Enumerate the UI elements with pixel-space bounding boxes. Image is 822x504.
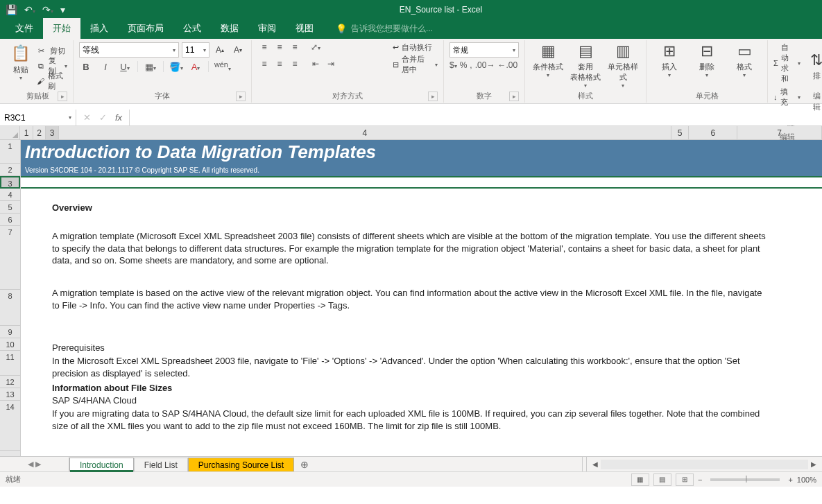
zoom-out-button[interactable]: −: [698, 476, 702, 484]
font-name-combo[interactable]: 等线▾: [79, 42, 179, 58]
col-header-1[interactable]: 1: [20, 126, 33, 139]
row-header-14[interactable]: 14: [0, 401, 20, 451]
decrease-decimal-button[interactable]: ←.00: [497, 60, 517, 70]
paste-button[interactable]: 📋 粘贴 ▾: [8, 42, 33, 90]
row-header-6[interactable]: 6: [0, 214, 20, 226]
delete-cells-button[interactable]: ⊟删除▾: [690, 42, 724, 90]
decrease-indent-button[interactable]: ⇤: [309, 59, 323, 73]
save-icon[interactable]: 💾: [6, 4, 17, 15]
tab-data[interactable]: 数据: [211, 18, 248, 39]
align-top-button[interactable]: ≡: [257, 42, 271, 56]
accounting-button[interactable]: $▾: [449, 60, 457, 70]
tab-formulas[interactable]: 公式: [173, 18, 211, 39]
font-dialog-launcher[interactable]: ▸: [236, 92, 246, 101]
scroll-right-icon[interactable]: ▶: [808, 460, 819, 468]
page-layout-view-button[interactable]: ▤: [653, 473, 671, 486]
phonetic-button[interactable]: wén▾: [214, 60, 228, 73]
wrap-text-button[interactable]: ↩自动换行: [393, 42, 438, 53]
align-middle-button[interactable]: ≡: [273, 42, 286, 56]
redo-icon[interactable]: ↷▾: [42, 4, 53, 15]
comma-button[interactable]: ,: [470, 60, 472, 70]
enter-icon[interactable]: ✓: [99, 112, 107, 123]
font-size-combo[interactable]: 11▾: [182, 42, 209, 58]
tab-home[interactable]: 开始: [43, 18, 80, 39]
table-format-button[interactable]: ▤套用 表格格式▾: [568, 42, 603, 90]
tab-review[interactable]: 审阅: [248, 18, 286, 39]
row-header-10[interactable]: 10: [0, 338, 20, 351]
tell-me-search[interactable]: 💡 告诉我您想要做什么...: [336, 23, 433, 39]
undo-icon[interactable]: ↶▾: [24, 4, 35, 15]
row-header-13[interactable]: 13: [0, 388, 20, 401]
name-box[interactable]: R3C1▾: [0, 110, 76, 125]
number-dialog-launcher[interactable]: ▸: [509, 92, 519, 101]
row-header-7[interactable]: 7: [0, 226, 20, 290]
underline-button[interactable]: U▾: [118, 62, 132, 72]
fx-icon[interactable]: fx: [115, 112, 122, 123]
increase-indent-button[interactable]: ⇥: [324, 59, 338, 73]
zoom-in-button[interactable]: +: [788, 476, 792, 484]
col-header-3[interactable]: 3: [46, 126, 59, 139]
row-header-8[interactable]: 8: [0, 290, 20, 326]
worksheet-grid[interactable]: 1 2 3 4 5 6 7 8 9 10 11 12 13 14 Introdu…: [0, 140, 822, 456]
formula-bar[interactable]: [130, 110, 822, 125]
number-format-combo[interactable]: 常规▾: [449, 42, 519, 58]
col-header-5[interactable]: 5: [671, 126, 689, 139]
align-right-button[interactable]: ≡: [288, 59, 302, 73]
merge-center-button[interactable]: ⊟合并后居中 ▾: [393, 54, 438, 75]
sheet-tab-field-list[interactable]: Field List: [134, 458, 188, 471]
add-sheet-button[interactable]: ⊕: [294, 457, 315, 471]
tab-view[interactable]: 视图: [286, 18, 323, 39]
border-button[interactable]: ▦▾: [144, 62, 157, 72]
fill-button[interactable]: ↓填充 ▾: [773, 87, 800, 107]
tab-insert[interactable]: 插入: [80, 18, 118, 39]
align-center-button[interactable]: ≡: [273, 59, 286, 73]
sort-filter-button[interactable]: ⇅排: [810, 51, 822, 81]
cell-styles-button[interactable]: ▥单元格样式▾: [606, 42, 640, 90]
align-left-button[interactable]: ≡: [257, 59, 271, 73]
sheet-nav[interactable]: ◀ ▶: [0, 457, 69, 471]
horizontal-scrollbar[interactable]: ◀ ▶: [586, 457, 822, 471]
tab-page-layout[interactable]: 页面布局: [118, 18, 173, 39]
row-header-5[interactable]: 5: [0, 201, 20, 214]
row-header-2[interactable]: 2: [0, 164, 20, 176]
align-bottom-button[interactable]: ≡: [288, 42, 302, 56]
bold-button[interactable]: B: [79, 62, 93, 72]
col-header-6[interactable]: 6: [689, 126, 737, 139]
col-header-4[interactable]: 4: [59, 126, 671, 139]
percent-button[interactable]: %: [460, 60, 468, 70]
cells-area[interactable]: Introduction to Data Migration Templates…: [21, 140, 822, 456]
italic-button[interactable]: I: [99, 62, 112, 72]
sheet-tab-purchasing[interactable]: Purchasing Source List: [188, 458, 294, 471]
normal-view-button[interactable]: ▦: [631, 473, 649, 486]
insert-cells-button[interactable]: ⊞插入▾: [652, 42, 687, 90]
autosum-button[interactable]: Σ自动求和 ▾: [773, 42, 800, 84]
row-header-3[interactable]: 3: [0, 176, 20, 189]
tab-file[interactable]: 文件: [6, 18, 43, 39]
row-header-12[interactable]: 12: [0, 376, 20, 388]
scroll-left-icon[interactable]: ◀: [590, 460, 601, 468]
row-header-11[interactable]: 11: [0, 351, 20, 376]
row-header-1[interactable]: 1: [0, 140, 20, 164]
conditional-format-button[interactable]: ▦条件格式▾: [531, 42, 565, 90]
increase-font-button[interactable]: A▴: [212, 42, 228, 58]
row-header-9[interactable]: 9: [0, 326, 20, 338]
cancel-icon[interactable]: ✕: [83, 112, 91, 123]
orientation-button[interactable]: ⤢▾: [309, 42, 323, 56]
sheet-tab-introduction[interactable]: Introduction: [69, 458, 134, 471]
alignment-dialog-launcher[interactable]: ▸: [428, 92, 438, 101]
decrease-font-button[interactable]: A▾: [230, 42, 246, 58]
row-header-4[interactable]: 4: [0, 189, 20, 201]
qat-customize-icon[interactable]: ▾: [60, 4, 65, 15]
group-font: 等线▾ 11▾ A▴ A▾ B I U▾ ▦▾ 🪣▾ A▾ wén▾ 字体▸: [74, 40, 252, 103]
col-header-2[interactable]: 2: [33, 126, 46, 139]
font-color-button[interactable]: A▾: [189, 62, 203, 72]
zoom-slider[interactable]: [710, 478, 780, 481]
zoom-level[interactable]: 100%: [797, 476, 816, 484]
select-all-button[interactable]: [0, 126, 20, 139]
page-break-view-button[interactable]: ⊞: [676, 473, 694, 486]
format-painter-button[interactable]: 🖌格式刷: [36, 74, 67, 88]
increase-decimal-button[interactable]: .00→: [475, 60, 495, 70]
fill-color-button[interactable]: 🪣▾: [169, 62, 183, 72]
format-cells-button[interactable]: ▭格式▾: [727, 42, 762, 90]
clipboard-dialog-launcher[interactable]: ▸: [58, 92, 67, 101]
